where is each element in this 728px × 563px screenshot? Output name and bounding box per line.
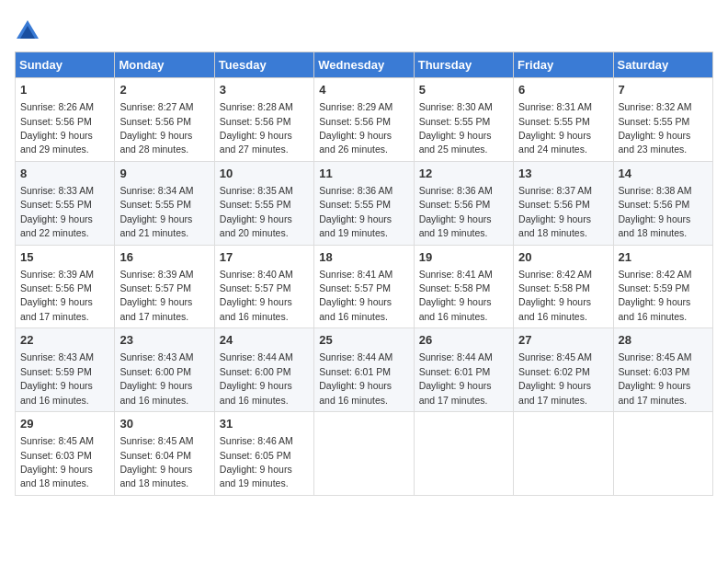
- day-number: 8: [20, 166, 109, 182]
- day-info: Sunrise: 8:45 AMSunset: 6:04 PMDaylight:…: [119, 435, 193, 488]
- calendar-week-1: 1Sunrise: 8:26 AMSunset: 5:56 PMDaylight…: [16, 78, 713, 162]
- calendar-cell: 8Sunrise: 8:33 AMSunset: 5:55 PMDaylight…: [16, 161, 115, 245]
- calendar-cell: 25Sunrise: 8:44 AMSunset: 6:01 PMDayligh…: [314, 328, 414, 412]
- calendar-cell: 22Sunrise: 8:43 AMSunset: 5:59 PMDayligh…: [16, 328, 115, 412]
- day-number: 27: [518, 332, 608, 349]
- calendar-cell: [414, 412, 513, 496]
- logo-icon: [15, 18, 40, 44]
- day-info: Sunrise: 8:26 AMSunset: 5:56 PMDaylight:…: [20, 101, 94, 155]
- day-info: Sunrise: 8:44 AMSunset: 6:00 PMDaylight:…: [220, 351, 293, 405]
- day-number: 10: [220, 166, 309, 182]
- day-info: Sunrise: 8:46 AMSunset: 6:05 PMDaylight:…: [220, 435, 293, 488]
- day-number: 20: [518, 249, 608, 266]
- day-number: 19: [419, 249, 508, 266]
- day-number: 5: [419, 82, 508, 98]
- day-info: Sunrise: 8:42 AMSunset: 5:59 PMDaylight:…: [619, 269, 692, 322]
- header-monday: Monday: [115, 52, 214, 78]
- calendar-cell: 26Sunrise: 8:44 AMSunset: 6:01 PMDayligh…: [414, 328, 513, 412]
- calendar-cell: 7Sunrise: 8:32 AMSunset: 5:55 PMDaylight…: [613, 78, 712, 162]
- day-info: Sunrise: 8:29 AMSunset: 5:56 PMDaylight:…: [319, 101, 392, 155]
- day-number: 22: [20, 332, 109, 349]
- day-info: Sunrise: 8:27 AMSunset: 5:56 PMDaylight:…: [119, 101, 193, 155]
- day-number: 28: [619, 332, 708, 349]
- calendar-cell: 23Sunrise: 8:43 AMSunset: 6:00 PMDayligh…: [115, 328, 214, 412]
- day-info: Sunrise: 8:37 AMSunset: 5:56 PMDaylight:…: [518, 185, 592, 238]
- day-info: Sunrise: 8:28 AMSunset: 5:56 PMDaylight:…: [220, 101, 293, 155]
- day-info: Sunrise: 8:36 AMSunset: 5:56 PMDaylight:…: [419, 185, 493, 238]
- calendar-cell: 6Sunrise: 8:31 AMSunset: 5:55 PMDaylight…: [514, 78, 613, 162]
- day-info: Sunrise: 8:43 AMSunset: 5:59 PMDaylight:…: [20, 351, 94, 405]
- calendar-week-4: 22Sunrise: 8:43 AMSunset: 5:59 PMDayligh…: [16, 328, 713, 412]
- calendar-cell: 13Sunrise: 8:37 AMSunset: 5:56 PMDayligh…: [514, 161, 613, 245]
- calendar-cell: 5Sunrise: 8:30 AMSunset: 5:55 PMDaylight…: [414, 78, 513, 162]
- calendar-cell: 21Sunrise: 8:42 AMSunset: 5:59 PMDayligh…: [613, 245, 712, 328]
- calendar-cell: 31Sunrise: 8:46 AMSunset: 6:05 PMDayligh…: [214, 412, 313, 496]
- day-number: 15: [20, 249, 109, 266]
- day-number: 25: [319, 332, 408, 349]
- day-number: 18: [319, 249, 408, 266]
- day-info: Sunrise: 8:32 AMSunset: 5:55 PMDaylight:…: [619, 101, 692, 155]
- day-number: 7: [619, 82, 708, 98]
- calendar-cell: 30Sunrise: 8:45 AMSunset: 6:04 PMDayligh…: [115, 412, 214, 496]
- calendar-cell: 16Sunrise: 8:39 AMSunset: 5:57 PMDayligh…: [115, 245, 214, 328]
- day-info: Sunrise: 8:31 AMSunset: 5:55 PMDaylight:…: [518, 101, 592, 155]
- day-info: Sunrise: 8:36 AMSunset: 5:55 PMDaylight:…: [319, 185, 392, 238]
- calendar-cell: 24Sunrise: 8:44 AMSunset: 6:00 PMDayligh…: [214, 328, 313, 412]
- calendar-cell: 14Sunrise: 8:38 AMSunset: 5:56 PMDayligh…: [613, 161, 712, 245]
- calendar-week-3: 15Sunrise: 8:39 AMSunset: 5:56 PMDayligh…: [16, 245, 713, 328]
- calendar-cell: 20Sunrise: 8:42 AMSunset: 5:58 PMDayligh…: [514, 245, 613, 328]
- day-info: Sunrise: 8:41 AMSunset: 5:57 PMDaylight:…: [319, 269, 392, 322]
- calendar-cell: 18Sunrise: 8:41 AMSunset: 5:57 PMDayligh…: [314, 245, 414, 328]
- calendar-cell: 9Sunrise: 8:34 AMSunset: 5:55 PMDaylight…: [115, 161, 214, 245]
- day-number: 14: [619, 166, 708, 182]
- day-number: 23: [119, 332, 209, 349]
- calendar-cell: [613, 412, 712, 496]
- header-saturday: Saturday: [613, 52, 712, 78]
- calendar-cell: 4Sunrise: 8:29 AMSunset: 5:56 PMDaylight…: [314, 78, 414, 162]
- day-info: Sunrise: 8:33 AMSunset: 5:55 PMDaylight:…: [20, 185, 94, 238]
- calendar-cell: 27Sunrise: 8:45 AMSunset: 6:02 PMDayligh…: [514, 328, 613, 412]
- day-number: 21: [619, 249, 708, 266]
- calendar-cell: 28Sunrise: 8:45 AMSunset: 6:03 PMDayligh…: [613, 328, 712, 412]
- day-info: Sunrise: 8:34 AMSunset: 5:55 PMDaylight:…: [119, 185, 193, 238]
- day-number: 12: [419, 166, 508, 182]
- day-number: 29: [20, 416, 109, 432]
- day-number: 3: [220, 82, 309, 98]
- calendar-cell: 29Sunrise: 8:45 AMSunset: 6:03 PMDayligh…: [16, 412, 115, 496]
- day-number: 24: [220, 332, 309, 349]
- calendar-cell: 3Sunrise: 8:28 AMSunset: 5:56 PMDaylight…: [214, 78, 313, 162]
- day-number: 31: [220, 416, 309, 432]
- day-number: 30: [119, 416, 209, 432]
- day-info: Sunrise: 8:40 AMSunset: 5:57 PMDaylight:…: [220, 269, 293, 322]
- day-number: 17: [220, 249, 309, 266]
- day-number: 11: [319, 166, 408, 182]
- day-info: Sunrise: 8:39 AMSunset: 5:57 PMDaylight:…: [119, 269, 193, 322]
- day-info: Sunrise: 8:41 AMSunset: 5:58 PMDaylight:…: [419, 269, 493, 322]
- day-info: Sunrise: 8:44 AMSunset: 6:01 PMDaylight:…: [419, 351, 493, 405]
- header-tuesday: Tuesday: [214, 52, 313, 78]
- calendar-week-2: 8Sunrise: 8:33 AMSunset: 5:55 PMDaylight…: [16, 161, 713, 245]
- day-info: Sunrise: 8:35 AMSunset: 5:55 PMDaylight:…: [220, 185, 293, 238]
- day-info: Sunrise: 8:44 AMSunset: 6:01 PMDaylight:…: [319, 351, 392, 405]
- calendar-cell: 1Sunrise: 8:26 AMSunset: 5:56 PMDaylight…: [16, 78, 115, 162]
- day-number: 9: [119, 166, 209, 182]
- day-info: Sunrise: 8:43 AMSunset: 6:00 PMDaylight:…: [119, 351, 193, 405]
- calendar-cell: 10Sunrise: 8:35 AMSunset: 5:55 PMDayligh…: [214, 161, 313, 245]
- calendar-cell: [314, 412, 414, 496]
- header-friday: Friday: [514, 52, 613, 78]
- calendar-cell: 17Sunrise: 8:40 AMSunset: 5:57 PMDayligh…: [214, 245, 313, 328]
- day-number: 4: [319, 82, 408, 98]
- day-number: 13: [518, 166, 608, 182]
- header-thursday: Thursday: [414, 52, 513, 78]
- calendar-cell: [514, 412, 613, 496]
- header-sunday: Sunday: [16, 52, 115, 78]
- day-info: Sunrise: 8:45 AMSunset: 6:03 PMDaylight:…: [619, 351, 692, 405]
- day-info: Sunrise: 8:45 AMSunset: 6:03 PMDaylight:…: [20, 435, 94, 488]
- day-number: 26: [419, 332, 508, 349]
- logo: [15, 18, 44, 44]
- calendar-cell: 15Sunrise: 8:39 AMSunset: 5:56 PMDayligh…: [16, 245, 115, 328]
- calendar-cell: 12Sunrise: 8:36 AMSunset: 5:56 PMDayligh…: [414, 161, 513, 245]
- calendar-week-5: 29Sunrise: 8:45 AMSunset: 6:03 PMDayligh…: [16, 412, 713, 496]
- calendar-cell: 2Sunrise: 8:27 AMSunset: 5:56 PMDaylight…: [115, 78, 214, 162]
- day-info: Sunrise: 8:30 AMSunset: 5:55 PMDaylight:…: [419, 101, 493, 155]
